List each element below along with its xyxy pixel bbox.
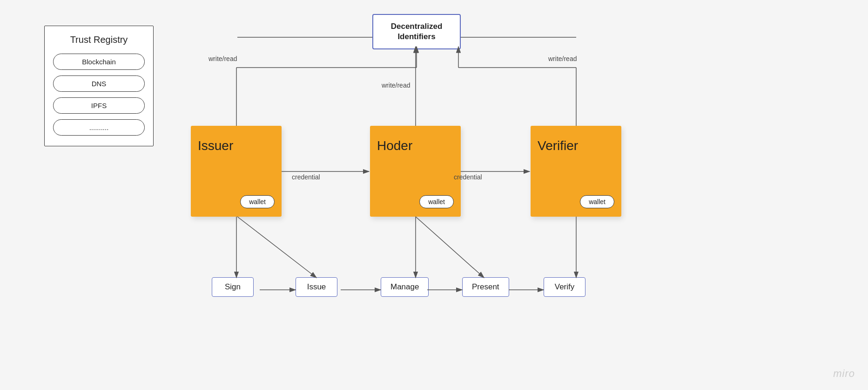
svg-line-18 <box>416 217 484 278</box>
trust-registry-title: Trust Registry <box>53 34 145 45</box>
registry-item-blockchain: Blockchain <box>53 54 145 70</box>
actor-verifier: Verifier wallet <box>531 126 621 217</box>
svg-line-14 <box>237 217 316 278</box>
issuer-label: Issuer <box>198 136 233 153</box>
process-present: Present <box>462 277 509 297</box>
verifier-label: Verifier <box>538 136 578 153</box>
process-manage: Manage <box>381 277 429 297</box>
trust-registry-box: Trust Registry Blockchain DNS IPFS .....… <box>44 26 154 146</box>
process-issue: Issue <box>296 277 337 297</box>
registry-item-dots: .......... <box>53 119 145 136</box>
did-box: DecentralizedIdentifiers <box>372 14 461 49</box>
process-sign: Sign <box>212 277 254 297</box>
verifier-wallet: wallet <box>580 195 614 208</box>
label-credential-1: credential <box>292 173 320 181</box>
issuer-wallet: wallet <box>240 195 275 208</box>
canvas: Trust Registry Blockchain DNS IPFS .....… <box>0 0 868 390</box>
actor-holder: Hoder wallet <box>370 126 461 217</box>
process-verify: Verify <box>544 277 585 297</box>
label-writeread-verifier: write/read <box>548 55 577 62</box>
holder-label: Hoder <box>377 136 412 153</box>
registry-item-dns: DNS <box>53 75 145 92</box>
label-writeread-holder: write/read <box>382 82 410 89</box>
label-credential-2: credential <box>454 173 482 181</box>
miro-watermark: miro <box>833 368 855 380</box>
label-writeread-issuer: write/read <box>209 55 237 62</box>
actor-issuer: Issuer wallet <box>191 126 282 217</box>
registry-item-ipfs: IPFS <box>53 97 145 114</box>
holder-wallet: wallet <box>419 195 454 208</box>
